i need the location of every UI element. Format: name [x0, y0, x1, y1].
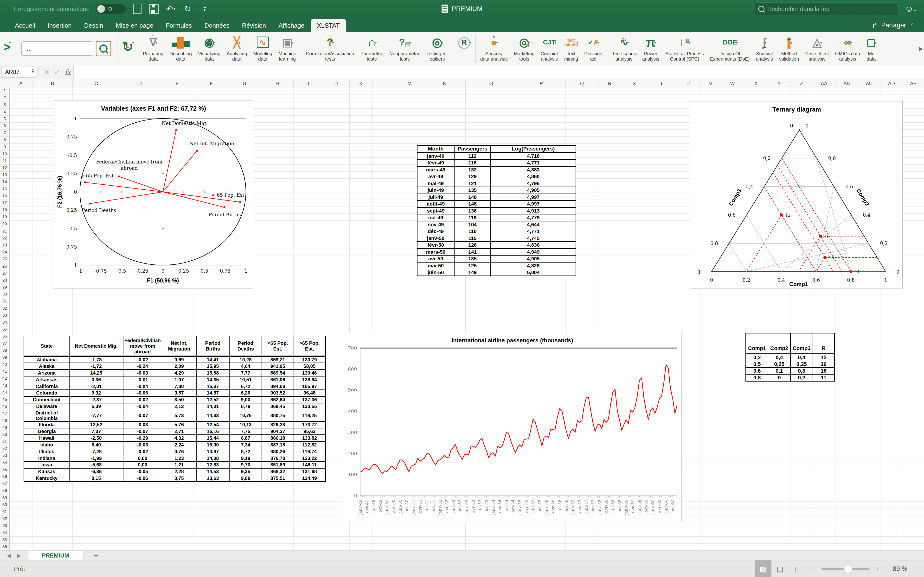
cell[interactable]: mai-50	[417, 262, 454, 269]
row-header-14[interactable]: 14	[0, 179, 10, 185]
cell[interactable]: 5,76	[162, 421, 196, 428]
cell[interactable]: 2,09	[162, 363, 196, 369]
cell[interactable]: 7,88	[162, 383, 196, 390]
cell[interactable]: 119,74	[294, 448, 326, 455]
cell[interactable]: 0,00	[123, 462, 162, 468]
cell[interactable]: 148,11	[294, 462, 326, 468]
tab-donn-es[interactable]: Données	[198, 19, 236, 32]
cell[interactable]: 2,24	[162, 442, 196, 448]
cell[interactable]: 15,95	[196, 363, 229, 369]
cell[interactable]: 6,87	[229, 435, 262, 442]
column-header-x[interactable]: X	[744, 79, 768, 87]
column-header-z[interactable]: Z	[790, 79, 813, 87]
row-header-53[interactable]: 53	[0, 452, 10, 459]
cell[interactable]: 137,36	[294, 396, 326, 403]
cell[interactable]: 141	[454, 248, 491, 256]
cell[interactable]: 11	[813, 374, 835, 381]
column-header-ae[interactable]: AE	[903, 79, 924, 87]
cell[interactable]: 894,03	[262, 383, 294, 390]
cell[interactable]: 15,37	[196, 383, 229, 390]
cell[interactable]: 96,48	[294, 390, 326, 396]
cell[interactable]: juin-50	[417, 269, 454, 276]
insert-function-icon[interactable]: fx	[65, 68, 71, 76]
header-cell[interactable]: Passengers	[454, 145, 491, 153]
cell[interactable]: 2,12	[162, 403, 196, 410]
cell[interactable]: Indiana	[24, 455, 69, 462]
cell[interactable]: -0,04	[123, 383, 162, 390]
row-header-49[interactable]: 49	[0, 424, 10, 431]
row-header-3[interactable]: 3	[0, 102, 10, 108]
cell[interactable]: juin-49	[417, 187, 454, 194]
ribbon-item-dose-effect-analysis[interactable]: △▲▾Dose effect analysis	[802, 32, 832, 65]
cell[interactable]: Connecticut	[24, 396, 69, 403]
cell[interactable]: 104	[454, 221, 491, 228]
cell[interactable]: -0,01	[123, 376, 162, 383]
row-header-20[interactable]: 20	[0, 221, 10, 228]
share-button[interactable]: ↱ Partager ⌃	[872, 21, 924, 32]
cell[interactable]: -0,29	[123, 435, 162, 442]
column-header-s[interactable]: S	[621, 79, 647, 87]
cell[interactable]: 124,49	[294, 475, 326, 482]
confirm-icon[interactable]: ✓	[54, 68, 60, 76]
row-header-10[interactable]: 10	[0, 151, 10, 158]
cell[interactable]: 0,1	[768, 367, 790, 374]
row-header-23[interactable]: 23	[0, 242, 10, 249]
cell[interactable]: Kentucky	[24, 475, 69, 482]
xlstat-run[interactable]: ↻▶▾	[119, 32, 136, 65]
autosave-toggle[interactable]: O	[96, 4, 126, 14]
cell[interactable]: -7,28	[69, 448, 123, 455]
row-header-50[interactable]: 50	[0, 431, 10, 438]
row-header-8[interactable]: 8	[0, 137, 10, 143]
cell[interactable]: 0,4	[768, 354, 790, 361]
cell[interactable]: 14,53	[196, 468, 229, 475]
cell[interactable]: Alabama	[24, 356, 69, 363]
cell[interactable]: 4,718	[491, 153, 576, 160]
undo-button[interactable]: ↶▾	[166, 3, 176, 14]
cell[interactable]: -6,36	[69, 468, 123, 475]
cell[interactable]: juil-49	[417, 194, 454, 201]
ribbon-item-omics-data-analysis[interactable]: ∞∞▾OMICs data analysis	[832, 32, 863, 65]
cell[interactable]: -0,06	[123, 475, 162, 482]
row-header-46[interactable]: 46	[0, 403, 10, 410]
cell[interactable]: 133,82	[294, 435, 326, 442]
row-header-7[interactable]: 7	[0, 130, 10, 137]
cell[interactable]: 7,75	[229, 428, 262, 435]
row-header-51[interactable]: 51	[0, 438, 10, 445]
cell[interactable]: 2,28	[162, 468, 196, 475]
cell[interactable]: 138,94	[294, 376, 326, 383]
cell[interactable]: 4,997	[491, 200, 576, 208]
cell[interactable]: 4,796	[491, 180, 576, 187]
row-header-39[interactable]: 39	[0, 354, 10, 361]
cell[interactable]: 135	[454, 255, 491, 262]
ribbon-item-visualizing-data[interactable]: ◉●▾Visualizing data	[195, 32, 223, 65]
cell[interactable]: 135	[454, 187, 491, 194]
ribbon-item-modeling-data[interactable]: ∿▾Modeling data	[250, 32, 275, 65]
row-header-11[interactable]: 11	[0, 158, 10, 165]
cell[interactable]: 4,860	[491, 173, 576, 180]
row-header-43[interactable]: 43	[0, 382, 10, 389]
header-cell[interactable]: Comp1	[746, 333, 768, 354]
cell[interactable]: 0	[768, 374, 790, 381]
ribbon-item-design-of-experiments-doe[interactable]: DOE▾Design Of Experiments (DoE)	[707, 32, 753, 65]
ribbon-item-power-analysis[interactable]: π▾Power analysis	[639, 32, 662, 65]
cell[interactable]: California	[24, 383, 69, 390]
normal-view-button[interactable]: ▦	[754, 561, 771, 577]
cell[interactable]: 4,771	[491, 228, 576, 235]
cell[interactable]: 16	[813, 361, 835, 367]
ribbon-item-testing-for-outliers[interactable]: ◎●▾Testing for outliers	[423, 32, 451, 65]
header-cell[interactable]: Federal/Civilian move from abroad	[123, 336, 162, 356]
cell[interactable]: -5,68	[69, 462, 123, 468]
cell[interactable]: avr-49	[417, 173, 454, 180]
tab-dessin[interactable]: Dessin	[78, 19, 110, 32]
column-header-j[interactable]: J	[324, 79, 350, 87]
cell[interactable]: 12,52	[196, 396, 229, 403]
cell[interactable]: 880,26	[262, 448, 294, 455]
cell[interactable]: 903,52	[262, 390, 294, 396]
cell[interactable]: 4,771	[491, 160, 576, 166]
header-cell[interactable]: Net Domestic Mig.	[69, 336, 123, 356]
row-header-34[interactable]: 34	[0, 319, 10, 326]
search-box[interactable]	[754, 2, 898, 15]
ribbon-item-machine-learning[interactable]: ▣▾Machine learning	[276, 32, 300, 65]
cell[interactable]: 14,01	[196, 403, 229, 410]
column-header-c[interactable]: C	[73, 79, 120, 87]
